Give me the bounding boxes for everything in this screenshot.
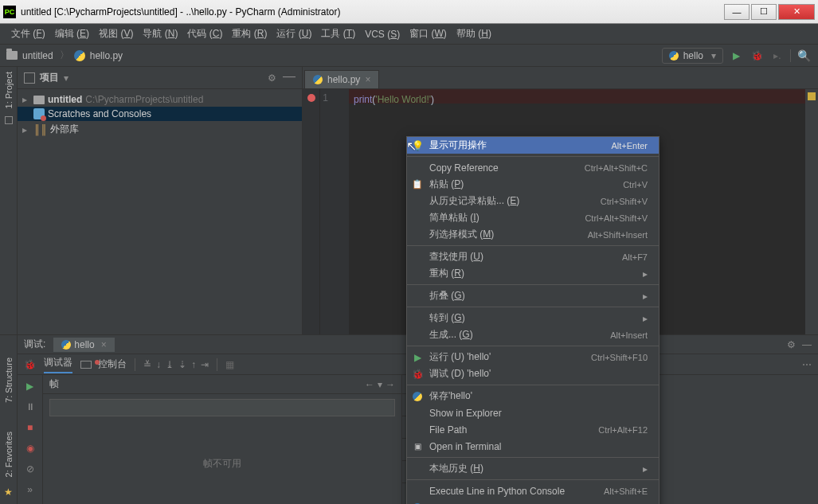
editor-line-gutter[interactable]: 1 — [320, 89, 349, 334]
context-menu-label: 本地历史 (H) — [429, 462, 483, 475]
mute-breakpoints-button[interactable]: ⊘ — [24, 463, 37, 475]
project-tool-tab[interactable]: 1: Project — [2, 67, 15, 113]
menu-文件[interactable]: 文件 (F) — [6, 25, 50, 42]
run-to-cursor-button[interactable]: ⇥ — [201, 359, 209, 370]
menu-编辑[interactable]: 编辑 (E) — [50, 25, 94, 42]
submenu-arrow-icon: ▸ — [643, 463, 648, 475]
menu-代码[interactable]: 代码 (C) — [182, 25, 227, 42]
tool-tab-icon[interactable] — [5, 116, 13, 124]
pause-button[interactable]: ⏸ — [24, 400, 37, 413]
debugger-tab[interactable]: 调试器 — [44, 356, 72, 373]
debug-button[interactable]: 🐞 — [749, 48, 765, 64]
minimize-button[interactable]: — — [724, 4, 750, 20]
prev-frame-button[interactable]: ← — [365, 379, 374, 390]
search-everywhere-button[interactable]: 🔍 — [796, 48, 812, 64]
debug-hide-icon[interactable]: — — [802, 339, 812, 350]
view-breakpoints-button[interactable]: ◉ — [24, 442, 37, 455]
context-menu-item[interactable]: 重构 (R)▸ — [407, 265, 659, 282]
context-menu-item[interactable]: 查找使用 (U)Alt+F7 — [407, 248, 659, 265]
maximize-button[interactable]: ☐ — [751, 4, 777, 20]
context-menu-item[interactable]: 本地历史 (H)▸ — [407, 460, 659, 477]
tree-path: C:\PycharmProjects\untitled — [85, 94, 203, 105]
menu-帮助[interactable]: 帮助 (H) — [452, 25, 496, 42]
run-button[interactable]: ▶ — [728, 48, 744, 64]
editor-tabs: hello.py × — [303, 67, 818, 89]
menu-导航[interactable]: 导航 (N) — [138, 25, 182, 42]
context-menu-item[interactable]: Show in Explorer — [407, 404, 659, 421]
stop-button[interactable]: ■ — [24, 421, 37, 434]
close-tab-icon[interactable]: × — [101, 339, 107, 350]
expand-arrow-icon[interactable]: ▸ — [22, 124, 30, 135]
expand-arrow-icon[interactable]: ▸ — [22, 94, 30, 105]
run-config-selector[interactable]: hello — [662, 48, 723, 64]
tree-node-project[interactable]: ▸ untitled C:\PycharmProjects\untitled — [18, 92, 302, 107]
force-step-button[interactable]: ⇣ — [178, 359, 186, 370]
tree-node-scratches[interactable]: Scratches and Consoles — [18, 107, 302, 121]
debug-settings-button[interactable]: » — [24, 483, 37, 496]
context-menu-item[interactable]: 保存'hello' — [407, 388, 659, 404]
debug-session-tab[interactable]: hello × — [53, 338, 114, 352]
menu-窗口[interactable]: 窗口 (W) — [405, 25, 452, 42]
context-menu-separator — [407, 385, 659, 385]
editor-tab[interactable]: hello.py × — [304, 70, 379, 88]
step-into-button[interactable]: ↓ — [156, 359, 161, 370]
context-menu-item[interactable]: 📋粘贴 (P)Ctrl+V — [407, 176, 659, 193]
context-menu-item[interactable]: Copy ReferenceCtrl+Alt+Shift+C — [407, 159, 659, 176]
context-menu-label: 显示可用操作 — [429, 139, 487, 152]
debug-settings-icon[interactable]: ⚙ — [787, 339, 796, 350]
next-frame-button[interactable]: → — [386, 379, 395, 390]
evaluate-expression-button[interactable]: ▦ — [225, 359, 234, 370]
line-number: 1 — [304, 92, 328, 104]
context-menu-item[interactable]: ▣Open in Terminal — [407, 438, 659, 455]
frame-dropdown[interactable]: ▾ — [378, 379, 382, 390]
context-menu-item[interactable]: File PathCtrl+Alt+F12 — [407, 421, 659, 438]
resume-button[interactable]: ▶ — [24, 380, 37, 393]
editor-error-strip[interactable] — [805, 89, 818, 334]
step-into-my-button[interactable]: ⤓ — [166, 359, 174, 370]
context-menu-item[interactable]: 生成... (G)Alt+Insert — [407, 326, 659, 343]
context-menu-label: 运行 (U) 'hello' — [429, 350, 491, 364]
context-menu-label: 保存'hello' — [429, 389, 472, 403]
bug-icon: 🐞 — [412, 369, 423, 380]
menu-工具[interactable]: 工具 (T) — [316, 25, 360, 42]
more-button[interactable]: ⋯ — [802, 359, 812, 370]
context-menu-item[interactable]: 列选择模式 (M)Alt+Shift+Insert — [407, 226, 659, 243]
project-view-icon[interactable] — [24, 72, 35, 84]
context-menu-item[interactable]: ▶运行 (U) 'hello'Ctrl+Shift+F10 — [407, 349, 659, 365]
console-icon — [80, 361, 92, 369]
step-out-button[interactable]: ↑ — [191, 359, 196, 370]
shortcut-label: Alt+Enter — [611, 141, 648, 150]
context-menu-item[interactable]: 折叠 (G)▸ — [407, 287, 659, 304]
run-with-coverage-button[interactable]: ▸. — [769, 48, 785, 64]
context-menu-label: 粘贴 (P) — [429, 178, 464, 191]
console-tab[interactable]: 控制台 — [80, 357, 127, 371]
shortcut-label: Ctrl+V — [623, 180, 648, 189]
step-over-button[interactable]: ≚ — [143, 359, 151, 370]
project-settings-icon[interactable] — [268, 72, 276, 84]
context-menu-item[interactable]: 简单粘贴 (I)Ctrl+Alt+Shift+V — [407, 209, 659, 226]
menu-视图[interactable]: 视图 (V) — [94, 25, 138, 42]
context-menu-item[interactable]: Execute Line in Python ConsoleAlt+Shift+… — [407, 483, 659, 499]
close-tab-icon[interactable]: × — [365, 74, 370, 85]
context-menu-item[interactable]: Run File in Python Console — [407, 499, 659, 504]
context-menu-label: File Path — [429, 424, 467, 436]
favorites-tool-tab[interactable]: 2: Favorites — [2, 425, 15, 483]
menu-VCS[interactable]: VCS (S) — [360, 27, 405, 41]
structure-tool-tab[interactable]: 7: Structure — [2, 351, 15, 409]
context-menu-item[interactable]: 转到 (G)▸ — [407, 310, 659, 326]
menu-重构[interactable]: 重构 (R) — [227, 25, 272, 42]
warning-marker-icon[interactable] — [808, 92, 816, 100]
left-tool-tabs-lower: 7: Structure 2: Favorites ★ — [0, 335, 18, 504]
project-view-dropdown[interactable]: ▾ — [64, 72, 68, 84]
breadcrumb-project[interactable]: untitled — [21, 50, 55, 61]
context-menu-item[interactable]: 从历史记录粘贴... (E)Ctrl+Shift+V — [407, 193, 659, 209]
close-button[interactable]: ✕ — [778, 4, 815, 20]
context-menu-item[interactable]: 🐞调试 (D) 'hello' — [407, 365, 659, 382]
menu-bar: 文件 (F)编辑 (E)视图 (V)导航 (N)代码 (C)重构 (R)运行 (… — [0, 24, 818, 45]
context-menu-item[interactable]: 💡显示可用操作Alt+Enter — [407, 137, 659, 154]
menu-运行[interactable]: 运行 (U) — [272, 25, 316, 42]
project-hide-icon[interactable]: — — [283, 72, 295, 84]
tree-node-external-libs[interactable]: ▸ ║║ 外部库 — [18, 121, 302, 138]
breadcrumb-file[interactable]: hello.py — [88, 50, 124, 61]
frames-filter-input[interactable] — [49, 399, 395, 416]
